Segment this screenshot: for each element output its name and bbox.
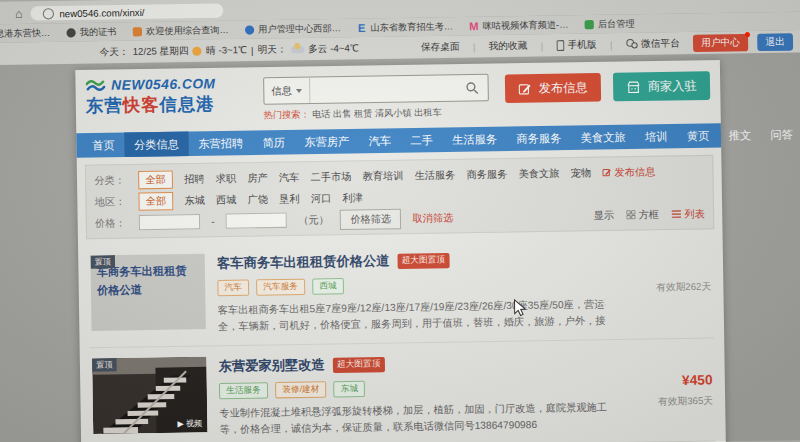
nav-secondhand[interactable]: 二手 bbox=[401, 128, 443, 153]
tomorrow-weather: 多云 -4~4℃ bbox=[308, 42, 359, 56]
nav-jobs[interactable]: 东营招聘 bbox=[188, 130, 253, 155]
bookmark-label: 山东省教育招生考… bbox=[370, 20, 453, 35]
listing-tag[interactable]: 汽车 bbox=[217, 279, 249, 296]
listing-tag[interactable]: 西城 bbox=[312, 278, 344, 295]
tag-row: 生活服务 装修/建材 东城 bbox=[219, 377, 607, 399]
bookmark-user-center[interactable]: 用户管理中心西部… bbox=[245, 21, 341, 36]
bookmark-partial[interactable]: 息港东营快… bbox=[0, 26, 50, 40]
url-text[interactable]: new0546.com/xinxi/ bbox=[59, 6, 144, 19]
listing-thumbnail[interactable]: 置顶 bbox=[92, 357, 207, 434]
listing-tag[interactable]: 装修/建材 bbox=[275, 381, 327, 398]
favorites-link[interactable]: 我的收藏 bbox=[484, 39, 531, 53]
today-label: 今天： bbox=[99, 45, 128, 59]
nav-yellowpages[interactable]: 黄页 bbox=[677, 123, 719, 148]
area-dongcheng[interactable]: 东城 bbox=[184, 193, 205, 208]
nav-food-travel[interactable]: 美食文旅 bbox=[571, 124, 636, 149]
page-background: NEW0546.COM 东营快客信息港 信息 bbox=[0, 52, 800, 442]
area-lijin[interactable]: 利津 bbox=[342, 190, 363, 205]
listing-tag[interactable]: 汽车服务 bbox=[256, 279, 305, 296]
link-label: 我的收藏 bbox=[489, 39, 528, 53]
wechat-platform-link[interactable]: 微信平台 bbox=[622, 36, 684, 50]
price-min-input[interactable] bbox=[139, 214, 200, 230]
price-dash: - bbox=[211, 216, 215, 227]
category-jobseek[interactable]: 求职 bbox=[216, 171, 237, 186]
price-label: 价格： bbox=[95, 216, 128, 231]
site-name-part: 快客 bbox=[123, 95, 160, 115]
logout-button[interactable]: 退出 bbox=[757, 33, 793, 51]
nav-qa[interactable]: 问答 bbox=[761, 122, 800, 147]
hot-search-label: 热门搜索： bbox=[264, 109, 310, 120]
category-realestate[interactable]: 房产 bbox=[247, 171, 268, 186]
top-corner-badge: 置顶 bbox=[92, 358, 117, 372]
category-pets[interactable]: 宠物 bbox=[571, 165, 592, 180]
validity-text: 有效期365天 bbox=[619, 394, 713, 409]
today-weather: 晴 -3~1℃ bbox=[206, 43, 247, 57]
link-label: 保存桌面 bbox=[421, 40, 460, 54]
bookmark-video[interactable]: M 咪咕视频体育频道-… bbox=[469, 18, 568, 33]
category-cars[interactable]: 汽车 bbox=[279, 170, 300, 185]
category-life[interactable]: 生活服务 bbox=[414, 168, 455, 183]
search-button[interactable] bbox=[457, 75, 488, 101]
category-education[interactable]: 教育培训 bbox=[362, 168, 403, 183]
nav-life-services[interactable]: 生活服务 bbox=[442, 126, 507, 151]
bookmark-admin[interactable]: 后台管理 bbox=[585, 17, 635, 31]
area-guangrao[interactable]: 广饶 bbox=[248, 192, 269, 207]
address-bar[interactable]: new0546.com/xinxi/ bbox=[31, 3, 224, 20]
price-max-input[interactable] bbox=[226, 213, 287, 229]
chevron-down-icon bbox=[296, 88, 302, 92]
category-all[interactable]: 全部 bbox=[138, 170, 173, 189]
bookmark-query-system[interactable]: 欢迎使用综合查询… bbox=[133, 23, 229, 38]
listing-title[interactable]: 客车商务车出租租赁价格公道 bbox=[217, 252, 390, 273]
site-logo[interactable]: NEW0546.COM 东营快客信息港 bbox=[86, 75, 248, 117]
nav-home[interactable]: 首页 bbox=[82, 133, 124, 158]
category-secondhand[interactable]: 二手市场 bbox=[310, 169, 351, 184]
category-label: 分类： bbox=[94, 173, 127, 188]
area-xicheng[interactable]: 西城 bbox=[216, 192, 237, 207]
user-center-button[interactable]: 用户中心 bbox=[693, 33, 748, 51]
nav-business-services[interactable]: 商务服务 bbox=[507, 125, 572, 150]
play-icon: ▶ bbox=[178, 419, 184, 428]
listing-thumbnail[interactable]: 置顶 车商务车出租租赁 价格公道 bbox=[90, 254, 205, 331]
search-icon bbox=[465, 81, 480, 96]
publish-info-link[interactable]: 发布信息 bbox=[602, 164, 655, 179]
area-hekou[interactable]: 河口 bbox=[311, 191, 332, 206]
grid-view-toggle[interactable]: 方框 bbox=[626, 207, 659, 222]
nav-classified-info[interactable]: 分类信息 bbox=[124, 131, 189, 156]
nav-cars[interactable]: 汽车 bbox=[359, 128, 401, 153]
home-icon[interactable]: ⌂ bbox=[15, 8, 23, 20]
nav-posts[interactable]: 推文 bbox=[719, 123, 761, 148]
category-business[interactable]: 商务服务 bbox=[466, 167, 507, 182]
bookmark-label: 欢迎使用综合查询… bbox=[146, 23, 229, 38]
nav-resume[interactable]: 简历 bbox=[253, 130, 295, 155]
nav-realestate[interactable]: 东营房产 bbox=[295, 129, 360, 154]
price-unit: （元） bbox=[298, 212, 329, 227]
top-corner-badge: 置顶 bbox=[90, 255, 115, 269]
list-view-toggle[interactable]: 列表 bbox=[671, 207, 705, 222]
category-food-travel[interactable]: 美食文旅 bbox=[519, 166, 560, 181]
merchant-join-button[interactable]: 商家入驻 bbox=[613, 71, 710, 101]
listing-tag[interactable]: 生活服务 bbox=[219, 382, 268, 399]
category-jobs[interactable]: 招聘 bbox=[184, 172, 205, 187]
weather-widget: 今天： 12/25 星期四 晴 -3~1℃ | 明天： 多云 -4~4℃ bbox=[99, 42, 359, 59]
bookmark-favicon bbox=[585, 20, 594, 29]
site-name-en: NEW0546.COM bbox=[111, 76, 216, 93]
publish-info-button[interactable]: 发布信息 bbox=[505, 73, 601, 103]
hot-search-terms[interactable]: 电话 出售 租赁 清风小镇 出租车 bbox=[312, 107, 442, 119]
search-input[interactable] bbox=[310, 82, 457, 97]
bookmark-certificates[interactable]: 我的证书 bbox=[66, 25, 116, 39]
site-name-cn: 东营快客信息港 bbox=[86, 92, 248, 118]
listing-title[interactable]: 东营爱家别墅改造 bbox=[219, 356, 325, 376]
price-filter-button[interactable]: 价格筛选 bbox=[340, 208, 402, 229]
nav-training[interactable]: 培训 bbox=[635, 124, 677, 149]
cancel-filter-link[interactable]: 取消筛选 bbox=[412, 210, 453, 225]
listing-meta: ¥450 有效期365天 bbox=[618, 349, 713, 432]
save-desktop-link[interactable]: 保存桌面 bbox=[417, 40, 464, 54]
listing-results: 置顶 车商务车出租租赁 价格公道 客车商务车出租租赁价格公道 超大图置顶 汽车 … bbox=[78, 231, 727, 442]
bookmark-education[interactable]: E 山东省教育招生考… bbox=[357, 20, 453, 35]
search-category-select[interactable]: 信息 bbox=[264, 78, 310, 104]
area-kenli[interactable]: 垦利 bbox=[279, 191, 300, 206]
toolbar-links: 保存桌面 | 我的收藏 | 手机版 | 微信平台 用户中心 退出 bbox=[417, 33, 794, 56]
area-all[interactable]: 全部 bbox=[138, 191, 173, 210]
listing-tag[interactable]: 东城 bbox=[334, 381, 366, 398]
mobile-version-link[interactable]: 手机版 bbox=[552, 38, 601, 52]
